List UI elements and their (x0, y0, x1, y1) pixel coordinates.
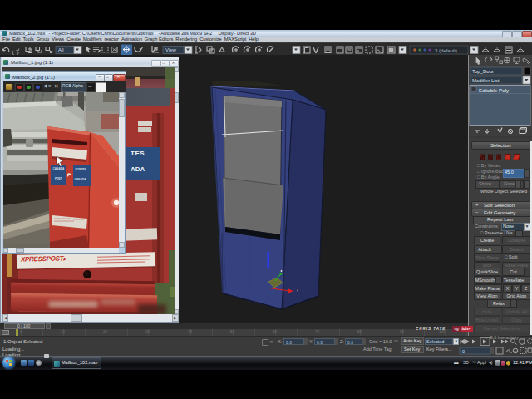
svg-text:POST: POST (55, 177, 62, 180)
svg-text:View: View (165, 47, 177, 52)
svg-text:Top_Door: Top_Door (472, 69, 494, 74)
svg-text:0: 0 (462, 349, 465, 354)
svg-text:All: All (58, 47, 64, 52)
svg-text:CANADA: CANADA (75, 178, 87, 181)
svg-text:POSTES: POSTES (76, 168, 86, 171)
svg-text:CANADA: CANADA (53, 167, 66, 170)
svg-text:Editable Poly: Editable Poly (479, 87, 510, 93)
svg-text:3 (default): 3 (default) (435, 48, 457, 53)
svg-text:Modifier List: Modifier List (472, 78, 500, 83)
